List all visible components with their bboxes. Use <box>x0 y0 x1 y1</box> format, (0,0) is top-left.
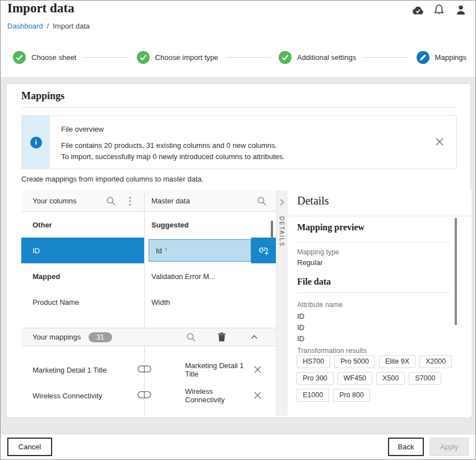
infobox-accent-strip: i <box>22 116 50 169</box>
step-check-icon <box>137 51 150 64</box>
result-chip: Elite 9X <box>379 355 415 368</box>
step-connector <box>84 57 128 58</box>
transformation-results-chips: HS700Pro 5000Elite 9XX2000Pro 300WF450X5… <box>297 355 460 406</box>
search-icon[interactable] <box>185 331 197 343</box>
your-columns-title: Your columns <box>33 197 105 205</box>
column-item-id[interactable]: ID <box>21 238 144 263</box>
remove-mapping-icon[interactable] <box>253 365 262 374</box>
kebab-menu-icon[interactable] <box>124 195 136 207</box>
notifications-bell-icon[interactable] <box>432 3 446 17</box>
your-mappings-header: Your mappings 31 <box>21 328 276 346</box>
page-title: Import data <box>7 1 74 16</box>
user-account-icon[interactable] <box>454 3 468 17</box>
breadcrumb-current: Import data <box>53 22 90 30</box>
master-group-suggested: Suggested <box>145 212 276 238</box>
mapping-target: Wireless Connectivity <box>144 387 253 404</box>
result-chip: Pro 5000 <box>334 355 375 368</box>
app-header: Import data Das <box>1 1 475 78</box>
master-item-validation-error[interactable]: Validation Error M... <box>145 263 276 289</box>
attribute-values: ID ID ID <box>297 311 304 345</box>
result-chip: X2000 <box>419 355 452 368</box>
breadcrumb-dashboard-link[interactable]: Dashboard <box>7 22 43 30</box>
apply-button[interactable]: Apply <box>429 438 469 456</box>
mappings-card: Mappings i File overview File contains 2… <box>6 83 471 418</box>
step-additional-settings[interactable]: Additional settings <box>279 51 357 64</box>
info-icon: i <box>30 137 42 148</box>
column-group-mapped: Mapped <box>21 263 144 289</box>
step-choose-import-type[interactable]: Choose import type <box>137 51 219 64</box>
step-label: Mappings <box>435 53 466 62</box>
required-asterisk: * <box>165 246 168 255</box>
infobox-line1: File contains 20 products, 31 existing c… <box>61 140 445 151</box>
master-item-width[interactable]: Width <box>145 289 276 315</box>
mapping-area: Your columns Other ID Mapped Product Nam… <box>21 190 276 416</box>
attribute-value: ID <box>297 311 304 322</box>
section-divider <box>21 107 456 108</box>
step-label: Choose import type <box>155 53 219 62</box>
step-connector <box>226 57 270 58</box>
your-columns-header: Your columns <box>21 190 144 212</box>
link-toggle-icon[interactable] <box>137 391 151 401</box>
cancel-button[interactable]: Cancel <box>7 438 52 456</box>
chevron-right-icon <box>279 198 285 208</box>
remove-mapping-icon[interactable] <box>253 391 262 400</box>
infobox-close-icon[interactable] <box>435 137 444 146</box>
mappings-count-badge: 31 <box>89 332 112 342</box>
suggested-attribute-label: Id <box>156 247 162 255</box>
back-button[interactable]: Back <box>388 438 424 456</box>
create-mapping-button[interactable] <box>251 238 276 263</box>
step-label: Additional settings <box>297 53 357 62</box>
master-data-scrollbar[interactable] <box>271 221 273 239</box>
wizard-stepper: Choose sheet Choose import type Addition… <box>13 50 466 64</box>
import-data-window: Import data Das <box>0 0 476 460</box>
search-icon[interactable] <box>256 195 268 207</box>
result-chip: Pro 800 <box>333 389 370 402</box>
details-panel: Details Mapping preview Mapping type Reg… <box>288 190 472 416</box>
file-data-heading: File data <box>297 277 331 287</box>
mapping-source: Marketing Detail 1 Title <box>21 366 144 374</box>
your-mappings-title: Your mappings <box>33 333 81 341</box>
details-collapse-strip[interactable]: DETAILS <box>276 190 288 416</box>
master-data-header: Master data <box>145 190 276 212</box>
mapping-preview-heading: Mapping preview <box>297 222 364 233</box>
infobox-line2: To import, successfully map 0 newly intr… <box>61 151 445 162</box>
mapping-row: Wireless Connectivity Wireless Connectiv… <box>21 383 276 408</box>
step-check-icon <box>279 51 292 64</box>
breadcrumb-separator: / <box>47 22 49 30</box>
master-data-title: Master data <box>151 197 256 205</box>
file-data-divider <box>297 292 450 293</box>
details-divider <box>288 216 472 216</box>
header-actions <box>410 3 468 17</box>
step-label: Choose sheet <box>31 53 76 62</box>
suggested-attribute-id[interactable]: Id * <box>149 239 251 262</box>
sync-cloud-check-icon[interactable] <box>410 3 424 17</box>
result-chip: HS700 <box>297 355 330 368</box>
search-icon[interactable] <box>105 195 117 207</box>
suggested-mapping-row: Id * <box>145 238 276 263</box>
action-bar: Cancel Back Apply <box>1 434 475 459</box>
step-pencil-icon <box>417 51 429 64</box>
result-chip: WF450 <box>338 372 372 385</box>
details-scrollbar[interactable] <box>455 218 457 325</box>
mapping-instruction-text: Create mappings from imported columns to… <box>21 175 204 183</box>
step-connector <box>364 57 408 58</box>
your-mappings-list: Marketing Detail 1 Title Marketing Detai… <box>21 346 276 416</box>
step-check-icon <box>13 51 26 64</box>
step-mappings[interactable]: Mappings <box>417 51 466 64</box>
result-chip: X500 <box>376 372 405 385</box>
attribute-value: ID <box>297 322 304 333</box>
delete-mappings-trash-icon[interactable] <box>215 331 228 343</box>
result-chip: Pro 300 <box>297 372 334 385</box>
mapping-target: Marketing Detail 1 Title <box>144 361 253 378</box>
mapping-row: Marketing Detail 1 Title Marketing Detai… <box>21 357 276 383</box>
mapping-type-label: Mapping type <box>297 248 339 256</box>
collapse-chevron-up-icon[interactable] <box>248 331 260 343</box>
mapping-preview-divider <box>297 242 450 243</box>
link-toggle-icon[interactable] <box>137 365 151 375</box>
step-choose-sheet[interactable]: Choose sheet <box>13 51 76 64</box>
file-overview-infobox: i File overview File contains 20 product… <box>21 115 457 169</box>
attribute-name-label: Attribute name <box>297 301 343 309</box>
column-item-product-name[interactable]: Product Name <box>21 289 144 315</box>
section-title: Mappings <box>21 90 64 102</box>
mapping-source: Wireless Connectivity <box>21 392 144 400</box>
